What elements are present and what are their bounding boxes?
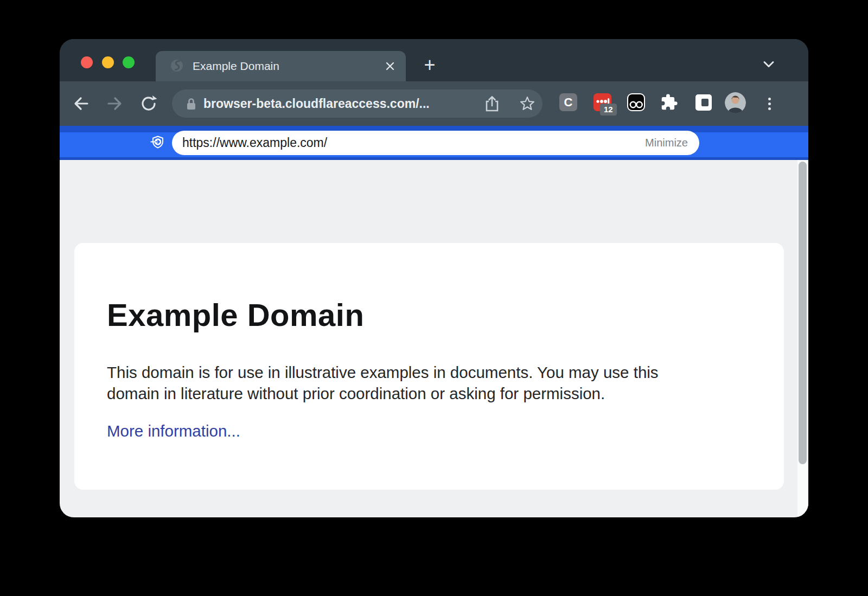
back-icon[interactable] (71, 93, 92, 114)
minimize-button[interactable]: Minimize (645, 131, 688, 155)
tab-search-chevron-icon[interactable] (763, 61, 775, 68)
forward-icon[interactable] (104, 93, 125, 114)
macos-minimize-button[interactable] (102, 56, 114, 68)
more-information-link[interactable]: More information... (107, 422, 240, 440)
tab-example-domain[interactable]: Example Domain (156, 51, 406, 81)
side-panel-hole (701, 99, 709, 106)
browser-toolbar: browser-beta.cloudflareaccess.com/... C (60, 81, 808, 126)
page-viewport: Example Domain This domain is for use in… (60, 160, 808, 517)
tab-title: Example Domain (193, 51, 279, 81)
lock-icon[interactable] (186, 98, 196, 110)
scrollbar-thumb[interactable] (799, 162, 807, 464)
scrollbar-track[interactable] (797, 160, 808, 517)
chrome-menu-icon[interactable] (761, 94, 777, 113)
tab-strip: Example Domain + (60, 39, 808, 81)
address-bar[interactable]: browser-beta.cloudflareaccess.com/... (172, 89, 542, 118)
remote-url-input[interactable]: https://www.example.com/ Minimize (172, 131, 699, 155)
address-url-text: browser-beta.cloudflareaccess.com/... (203, 89, 430, 118)
side-panel-icon[interactable] (695, 94, 712, 111)
new-tab-button[interactable]: + (420, 56, 439, 75)
extension-red-dots-icon[interactable]: 12 (593, 93, 611, 111)
macos-fullscreen-button[interactable] (123, 56, 135, 68)
profile-avatar[interactable] (725, 92, 746, 113)
page-paragraph: This domain is for use in illustrative e… (107, 362, 751, 404)
bookmark-star-icon[interactable] (519, 95, 535, 112)
extension-badge: 12 (600, 104, 617, 116)
content-card: Example Domain This domain is for use in… (74, 243, 784, 490)
macos-close-button[interactable] (81, 56, 93, 68)
remote-browser-bar: https://www.example.com/ Minimize (60, 126, 808, 160)
globe-favicon-icon (170, 59, 184, 73)
page-title: Example Domain (107, 296, 751, 334)
share-icon[interactable] (484, 95, 500, 112)
tab-close-icon[interactable] (383, 59, 397, 73)
shield-arrow-icon (150, 135, 165, 150)
reload-icon[interactable] (138, 93, 159, 114)
paragraph-line-1: This domain is for use in illustrative e… (107, 362, 751, 383)
browser-window: Example Domain + (60, 39, 808, 517)
paragraph-line-2: domain in literature without prior coord… (107, 383, 751, 405)
extensions-puzzle-icon[interactable] (660, 93, 678, 111)
remote-url-text[interactable]: https://www.example.com/ (182, 131, 327, 155)
extension-goggles-icon[interactable] (627, 93, 645, 111)
extension-c-icon[interactable]: C (559, 93, 577, 111)
